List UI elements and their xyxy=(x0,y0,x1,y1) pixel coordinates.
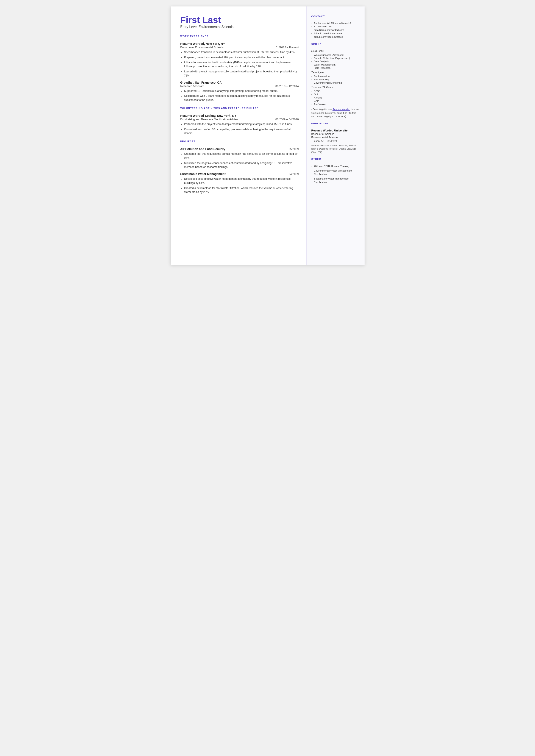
work-experience-header: WORK EXPERIENCE xyxy=(180,35,299,38)
contact-location: Anchorage, AK (Open to Remote) xyxy=(311,22,360,24)
techniques-label: Techniques: xyxy=(311,71,360,74)
contact-email: email@resumeworded.com xyxy=(311,29,360,31)
job-1: Resume Worded, New York, NY Entry Level … xyxy=(180,42,299,78)
projects-divider xyxy=(180,144,299,144)
volunteer-1-title: Fundraising and Resource Mobilization Ad… xyxy=(180,118,239,121)
tools-label: Tools and Software: xyxy=(311,86,360,89)
job-1-bullet-2: Prepared, issued, and evaluated 70+ perm… xyxy=(180,55,299,60)
project-2-date: 04/2009 xyxy=(289,172,299,176)
contact-list: Anchorage, AK (Open to Remote) +1-234-45… xyxy=(311,22,360,38)
job-2-company: Growthsi, San Francisco, CA xyxy=(180,81,299,84)
job-2-dates: 06/2010 – 12/2014 xyxy=(275,84,299,88)
job-2-bullet-2: Collaborated with 9 team members in comm… xyxy=(180,94,299,102)
contact-phone: +1-234-456-789 xyxy=(311,25,360,28)
job-2-title: Research Assistant xyxy=(180,84,204,88)
edu-school-name: Resume Worded University xyxy=(311,129,360,132)
volunteer-1-row: Fundraising and Resource Mobilization Ad… xyxy=(180,118,299,121)
other-item-2: Environmental Water Management Certifica… xyxy=(311,169,360,176)
volunteer-1-company: Resume Worded Society, New York, NY xyxy=(180,114,299,118)
project-1-bullet-2: Minimized the negative consequences of c… xyxy=(180,161,299,169)
job-1-title: Entry Level Environmental Scientist xyxy=(180,46,224,49)
project-2: Sustainable Water Management 04/2009 Dev… xyxy=(180,172,299,194)
volunteer-1-bullets: Partnered with the project team to imple… xyxy=(180,122,299,135)
edu-awards: Awards: Resume Worded Teaching Fellow (o… xyxy=(311,144,360,154)
other-item-3: Sustainable Water Management Certificati… xyxy=(311,177,360,184)
hard-skills-list: Waste Disposal (Advanced) Sample Collect… xyxy=(311,54,360,69)
job-2-bullets: Supported 13+ scientists in analyzing, i… xyxy=(180,89,299,102)
skill-gis: GIS xyxy=(311,93,360,96)
skill-waste-disposal: Waste Disposal (Advanced) xyxy=(311,54,360,56)
project-1-row: Air Pollution and Food Security 05/2009 xyxy=(180,147,299,151)
project-2-bullets: Developed cost-effective water managemen… xyxy=(180,177,299,194)
skills-header: SKILLS xyxy=(311,43,360,45)
job-1-company: Resume Worded, New York, NY xyxy=(180,42,299,45)
contact-header: CONTACT xyxy=(311,15,360,18)
skill-env-monitoring: Environmental Monitoring xyxy=(311,81,360,84)
project-2-bullet-2: Created a new method for stormwater filt… xyxy=(180,186,299,194)
job-2-bullet-1: Supported 13+ scientists in analyzing, i… xyxy=(180,89,299,93)
techniques-list: Sedimentation Soil Sampling Environmenta… xyxy=(311,75,360,84)
skill-spss: SPSS xyxy=(311,90,360,93)
volunteer-1: Resume Worded Society, New York, NY Fund… xyxy=(180,114,299,135)
job-1-row: Entry Level Environmental Scientist 01/2… xyxy=(180,46,299,49)
project-2-bullet-1: Developed cost-effective water managemen… xyxy=(180,177,299,185)
contact-github: github.com/resumeworded xyxy=(311,36,360,38)
volunteering-divider xyxy=(180,111,299,111)
skill-sap: SAP xyxy=(311,99,360,102)
skill-arcmap: ArcMap xyxy=(311,96,360,99)
project-1: Air Pollution and Food Security 05/2009 … xyxy=(180,147,299,169)
job-1-bullet-3: Initiated environmental health and safet… xyxy=(180,61,299,69)
other-list: 40-Hour OSHA Hazmat Training Environment… xyxy=(311,164,360,184)
other-item-1: 40-Hour OSHA Hazmat Training xyxy=(311,164,360,168)
job-2-row: Research Assistant 06/2010 – 12/2014 xyxy=(180,84,299,88)
contact-linkedin: linkedin.com/in/username xyxy=(311,32,360,35)
skill-arccatalog: ArcCatalog xyxy=(311,103,360,105)
job-1-bullet-1: Spearheaded transition to new methods of… xyxy=(180,50,299,54)
left-column: First Last Entry Level Environmental Sci… xyxy=(171,7,306,265)
skill-field-research: Field Research xyxy=(311,67,360,69)
project-2-row: Sustainable Water Management 04/2009 xyxy=(180,172,299,176)
skill-sample-collection: Sample Collection (Experienced) xyxy=(311,57,360,60)
skill-data-analysis: Data Analysis xyxy=(311,60,360,63)
rw-promo-link[interactable]: Resume Worded xyxy=(332,108,350,111)
education-block-1: Resume Worded University Bachelor of Sci… xyxy=(311,129,360,154)
job-1-bullet-4: Liaised with project managers on 18+ con… xyxy=(180,70,299,78)
other-header: OTHER xyxy=(311,158,360,160)
volunteer-1-bullet-2: Conceived and drafted 10+ compelling pro… xyxy=(180,127,299,136)
volunteer-1-dates: 06/2009 – 04/2010 xyxy=(275,118,299,121)
skill-water-management: Water Management xyxy=(311,63,360,66)
skill-sedimentation: Sedimentation xyxy=(311,75,360,78)
volunteer-1-bullet-1: Partnered with the project team to imple… xyxy=(180,122,299,126)
skills-divider xyxy=(311,47,360,47)
job-1-bullets: Spearheaded transition to new methods of… xyxy=(180,50,299,78)
skill-soil-sampling: Soil Sampling xyxy=(311,78,360,81)
job-1-dates: 01/2015 – Present xyxy=(276,46,299,49)
project-1-bullet-1: Created a tool that reduces the annual m… xyxy=(180,152,299,160)
project-1-date: 05/2009 xyxy=(289,147,299,151)
tools-list: SPSS GIS ArcMap SAP ArcCatalog xyxy=(311,90,360,105)
project-1-bullets: Created a tool that reduces the annual m… xyxy=(180,152,299,169)
projects-header: PROJECTS xyxy=(180,140,299,143)
volunteering-header: VOLUNTEERING ACTIVITIES AND EXTRACURRICU… xyxy=(180,107,299,109)
edu-location-date: Tucson, AZ— 05/2009 xyxy=(311,140,337,143)
project-2-title: Sustainable Water Management xyxy=(180,172,226,176)
project-1-title: Air Pollution and Food Security xyxy=(180,147,225,151)
edu-degree: Bachelor of ScienceEnvironmental Science… xyxy=(311,132,360,143)
full-name: First Last xyxy=(180,15,299,25)
rw-promo: · Don't forget to use Resume Worded to s… xyxy=(311,107,360,118)
education-header: EDUCATION xyxy=(311,122,360,125)
hard-skills-label: Hard Skills: xyxy=(311,49,360,53)
job-2: Growthsi, San Francisco, CA Research Ass… xyxy=(180,81,299,102)
resume-page: First Last Entry Level Environmental Sci… xyxy=(171,7,365,265)
name-block: First Last Entry Level Environmental Sci… xyxy=(180,15,299,29)
right-column: CONTACT Anchorage, AK (Open to Remote) +… xyxy=(306,7,365,265)
job-title: Entry Level Environmental Scientist xyxy=(180,25,299,29)
